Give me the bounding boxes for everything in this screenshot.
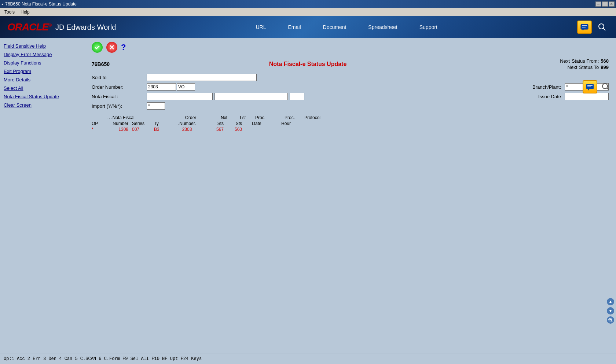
data-table: . . .Nota Fiscal Order Nxt Lst Proc. Pro… (92, 115, 609, 132)
title-bar-title: 76B650 Nota Fiscal-e Status Update (5, 1, 77, 7)
sidebar-item-more-details[interactable]: More Details (0, 76, 84, 84)
row-nxt: 567 (205, 127, 224, 132)
cancel-button[interactable] (106, 42, 117, 53)
oracle-logo: ORACLE ® JD Edwards World (7, 21, 116, 33)
next-status-to-label: Next (568, 65, 578, 70)
col-header-order-sub: .Number. (169, 121, 205, 126)
menu-tools[interactable]: Tools (1, 9, 18, 15)
nav-support[interactable]: Support (419, 24, 437, 30)
jde-text: JD Edwards World (55, 23, 116, 32)
nav-links: URL Email Document Spreadsheet Support (256, 24, 437, 30)
svg-line-13 (607, 88, 609, 90)
nota-fiscal-row: Nota Fiscal : Issue Date (92, 93, 609, 100)
import-label: Import (Y/N/*): (92, 103, 147, 109)
col-header-hour1: Proc. (275, 115, 304, 120)
close-button[interactable]: ✕ (609, 1, 615, 7)
row-order: 2303 (169, 127, 205, 132)
issue-date-input[interactable] (565, 93, 609, 100)
svg-point-12 (602, 84, 608, 89)
table-header-1: . . .Nota Fiscal Order Nxt Lst Proc. Pro… (92, 115, 609, 120)
title-bar-controls: ─ □ ✕ (595, 1, 615, 7)
help-button[interactable]: ? (121, 43, 126, 52)
sidebar: Field Sensitive Help Display Error Messa… (0, 38, 84, 353)
nota-fiscal-input-1[interactable] (147, 93, 213, 100)
col-header-nxt2: Sts (205, 121, 224, 126)
oracle-header: ORACLE ® JD Edwards World URL Email Docu… (0, 16, 616, 38)
search-icon-button-2[interactable] (599, 80, 612, 93)
nota-fiscal-input-2[interactable] (214, 93, 288, 100)
row-lst: 560 (224, 127, 242, 132)
table-row: * 1308 007 B3 2303 567 560 (92, 127, 609, 132)
col-header-proc2: Date (242, 121, 271, 126)
col-header-op2: OP (92, 121, 106, 126)
sidebar-item-display-functions[interactable]: Display Functions (0, 59, 84, 67)
table-header-2: OP Number Series Ty .Number. Sts Sts Dat… (92, 121, 609, 126)
scroll-zoom-button[interactable] (607, 316, 614, 324)
scroll-buttons: ▲ ▼ (607, 298, 614, 324)
order-type-input[interactable] (177, 83, 195, 91)
row-number: 1308 (106, 127, 132, 132)
sold-to-row: Sold to (92, 74, 609, 81)
status-bar: Op:1=Acc 2=Err 3=Den 4=Can 5=C.SCAN 6=C.… (0, 353, 616, 364)
sidebar-item-exit-program[interactable]: Exit Program (0, 67, 84, 76)
minimize-button[interactable]: ─ (595, 1, 601, 7)
nav-document[interactable]: Document (323, 24, 346, 30)
col-header-order: Order (172, 115, 209, 120)
sidebar-item-field-sensitive-help[interactable]: Field Sensitive Help (0, 42, 84, 50)
form-header-row: 76B650 Nota Fiscal-e Status Update Next … (92, 58, 609, 70)
nav-email[interactable]: Email (288, 24, 301, 30)
issue-date-label: Issue Date (506, 94, 561, 99)
nav-url[interactable]: URL (256, 24, 266, 30)
nota-fiscal-input-3[interactable] (290, 93, 304, 100)
svg-rect-8 (586, 84, 594, 89)
svg-line-5 (603, 28, 605, 30)
toolbar: ? (92, 42, 609, 53)
sidebar-item-clear-screen[interactable]: Clear Screen (0, 101, 84, 109)
registered-mark: ® (48, 23, 52, 28)
row-ty: B3 (154, 127, 169, 132)
sidebar-item-display-error-message[interactable]: Display Error Message (0, 50, 84, 59)
order-number-label: Order Number: (92, 84, 147, 90)
nav-spreadsheet[interactable]: Spreadsheet (368, 24, 397, 30)
import-input[interactable] (147, 102, 165, 110)
col-header-number: Number (106, 121, 132, 126)
nota-fiscal-header: . . .Nota Fiscal (106, 115, 172, 120)
col-header-nxt1: Nxt (209, 115, 227, 120)
menu-help[interactable]: Help (18, 9, 33, 15)
row-op: * (92, 127, 106, 132)
search-icon-button[interactable] (595, 21, 609, 34)
col-header-ty: Ty (154, 121, 169, 126)
maximize-button[interactable]: □ (602, 1, 608, 7)
title-bar: ▪ 76B650 Nota Fiscal-e Status Update ─ □… (0, 0, 616, 8)
nota-fiscal-label: Nota Fiscal : (92, 94, 147, 99)
menu-bar: Tools Help (0, 8, 616, 16)
oracle-text: ORACLE (7, 21, 48, 33)
next-status-from-label2: Status From: (572, 58, 599, 64)
order-number-row: Order Number: Branch/Plant: (92, 83, 609, 91)
chat-icon-button-2[interactable] (583, 80, 597, 93)
svg-line-15 (611, 321, 612, 322)
svg-marker-1 (582, 29, 584, 31)
branch-plant-label: Branch/Plant: (506, 84, 561, 90)
col-header-hour2: Hour (271, 121, 301, 126)
next-status-to-label2: Status To (579, 65, 599, 70)
status-text: Op:1=Acc 2=Err 3=Den 4=Can 5=C.SCAN 6=C.… (4, 356, 202, 361)
next-status-to-value: 999 (601, 65, 609, 70)
form-id: 76B650 (92, 61, 110, 67)
sold-to-input[interactable] (147, 74, 257, 81)
sold-to-label: Sold to (92, 75, 147, 80)
svg-rect-0 (581, 24, 588, 29)
confirm-button[interactable] (92, 42, 103, 53)
svg-marker-9 (588, 89, 589, 91)
sidebar-item-nota-fiscal-status-update[interactable]: Nota Fiscal Status Update (0, 92, 84, 101)
order-number-input[interactable] (147, 83, 176, 91)
import-row: Import (Y/N/*): (92, 102, 609, 110)
next-status-from-label: Next (560, 58, 570, 64)
col-header-proc1: Proc. (246, 115, 275, 120)
header-icons (577, 21, 609, 34)
sidebar-item-select-all[interactable]: Select All (0, 84, 84, 92)
chat-icon-button[interactable] (577, 21, 592, 34)
scroll-up-button[interactable]: ▲ (607, 298, 614, 305)
form-area: ? 76B (84, 38, 616, 353)
scroll-down-button[interactable]: ▼ (607, 307, 614, 315)
